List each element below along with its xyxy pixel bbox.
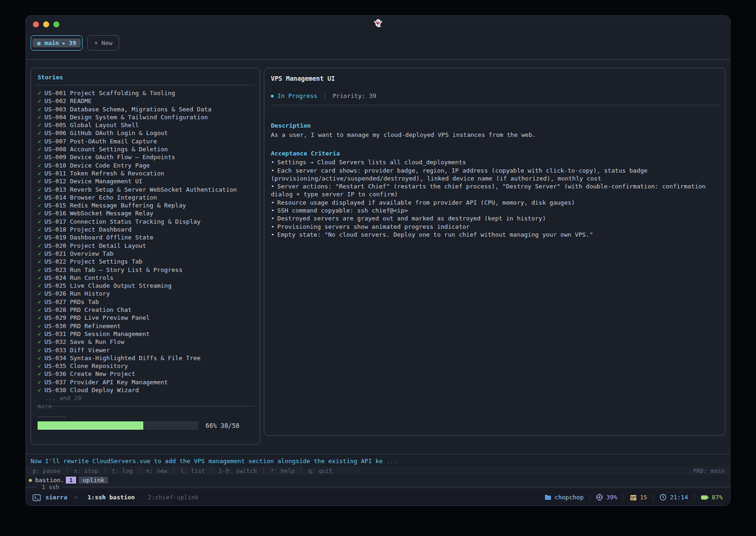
check-icon: ✓ [38,154,41,161]
story-row[interactable]: ✓US-035 Clone Repository [38,362,254,370]
bullet-icon: • [271,215,275,222]
story-row[interactable]: ✓US-011 Token Refresh & Revocation [38,169,254,177]
story-row[interactable]: ✓US-010 Device Code Entry Page [38,161,254,169]
story-row[interactable]: ✓US-009 Device OAuth Flow — Endpoints [38,153,254,161]
description-header: Description [271,122,719,129]
shortcut-hint: l: list [173,467,211,474]
story-row[interactable]: ✓US-017 Connection Status Tracking & Dis… [38,218,254,226]
check-icon: ✓ [38,242,41,249]
tmux-window-2[interactable]: 2:chief-uplink [148,494,199,501]
story-row[interactable]: ✓US-031 PRD Session Management [38,330,254,338]
session-caret: < [74,494,77,501]
story-row[interactable]: ✓US-028 PRD Creation Chat [38,306,254,314]
story-title: PRD Refinement [70,323,121,329]
story-row[interactable]: ✓US-002 README [38,97,254,105]
stories-header-divider [37,85,255,85]
story-row[interactable]: ✓US-025 Live Claude Output Streaming [38,282,254,290]
check-icon: ✓ [38,178,41,185]
story-row[interactable]: ✓US-032 Save & Run Flow [38,338,254,346]
story-title: Create New Project [70,370,135,377]
story-row[interactable]: ✓US-033 Diff Viewer [38,346,254,354]
story-detail-title: VPS Management UI [271,75,719,82]
story-title: WebSocket Message Relay [70,210,154,217]
check-icon: ✓ [38,298,41,305]
bullet-icon: • [271,199,275,206]
story-row[interactable]: ✓US-022 Project Settings Tab [38,258,254,265]
story-row[interactable]: ✓US-019 Dashboard Offline State [38,233,254,241]
story-row[interactable]: ✓US-008 Account Settings & Deletion [38,145,254,153]
story-title: Device Code Entry Page [70,162,150,169]
ghost-icon: 👻 [26,19,730,27]
criteria-item: •Destroyed servers are grayed out and ma… [271,214,719,222]
story-id: US-029 [45,314,66,321]
story-title: Save & Run Flow [70,338,124,345]
story-title: PRD Session Management [70,330,150,337]
story-row[interactable]: ✓US-023 Run Tab — Story List & Progress [38,266,254,274]
story-row[interactable]: ✓US-004 Design System & Tailwind Configu… [38,113,254,121]
story-id: US-030 [45,323,66,329]
story-id: US-018 [45,226,66,233]
statusbar-right: chopchop 39% [538,494,724,501]
story-row[interactable]: ✓US-024 Run Controls [38,274,254,282]
story-id: US-037 [45,379,66,386]
story-title: Project Scaffolding & Tooling [70,90,175,97]
criteria-item: •Settings → Cloud Servers lists all clou… [271,158,719,166]
story-row[interactable]: ✓US-015 Redis Message Buffering & Replay [38,201,254,209]
story-row[interactable]: ✓US-037 Provider API Key Management [38,378,254,386]
session-host: sierra [45,494,67,501]
story-row[interactable]: ✓US-003 Database Schema, Migrations & Se… [38,105,254,113]
tmux-window-1[interactable]: 1:ssh bastion [88,494,135,501]
story-row[interactable]: ✓US-020 Project Detail Layout [38,242,254,250]
tab-main[interactable]: ◉ main ▶ 39 [31,35,83,51]
story-id: US-014 [45,194,66,201]
story-id: US-026 [45,290,66,297]
story-row[interactable]: ✓US-007 Post-OAuth Email Capture [38,137,254,145]
tmux-status-bar: sierra< 1:ssh bastion 2:chief-uplink cho… [26,489,730,505]
story-row[interactable]: ✓US-001 Project Scaffolding & Tooling [38,89,254,97]
check-icon: ✓ [38,106,41,113]
story-row[interactable]: ✓US-013 Reverb Setup & Server WebSocket … [38,186,254,194]
clock-icon [660,494,666,501]
new-tab-button[interactable]: + New [87,35,119,51]
story-row[interactable]: ✓US-016 WebSocket Message Relay [38,209,254,217]
session-label-badge[interactable]: uplink [79,477,108,484]
story-row[interactable]: ✓US-034 Syntax-Highlighted Diffs & File … [38,354,254,362]
story-id: US-012 [45,178,66,185]
story-title: Syntax-Highlighted Diffs & File Tree [70,355,201,362]
story-title: PRDs Tab [70,298,99,305]
story-id: US-036 [45,370,66,377]
story-row[interactable]: ✓US-012 Device Management UI [38,177,254,185]
calendar-indicator: 15 [623,494,653,501]
story-row[interactable]: ✓US-006 GitHub OAuth Login & Logout [38,129,254,137]
story-row[interactable]: ✓US-021 Overview Tab [38,250,254,258]
story-row[interactable]: ✓US-027 PRDs Tab [38,298,254,306]
story-id: US-005 [45,122,66,129]
calendar-value: 15 [640,494,647,501]
story-row[interactable]: ✓US-018 Project Dashboard [38,226,254,233]
story-title: Provider API Key Management [70,379,168,386]
story-id: US-028 [45,306,66,313]
story-id: US-002 [45,97,66,104]
check-icon: ✓ [38,122,41,129]
message-ellipsis: ... [383,458,397,465]
story-row[interactable]: ✓US-014 Browser Echo Integration [38,194,254,201]
agent-message: Now I'll rewrite CloudServers.vue to add… [31,458,383,465]
check-icon: ✓ [38,226,41,233]
story-row[interactable]: ✓US-005 Global Layout Shell [38,121,254,129]
check-icon: ✓ [38,379,41,386]
story-title: Diff Viewer [70,347,110,354]
story-detail-panel: VPS Management UI ● In Progress Priority… [264,68,725,436]
story-id: US-027 [45,298,66,305]
shortcut-hint: ?: help [263,467,301,474]
check-icon: ✓ [38,138,41,145]
bullet-icon: • [271,231,275,238]
story-row[interactable]: ✓US-026 Run History [38,290,254,297]
story-row[interactable]: ✓US-030 PRD Refinement [38,322,254,330]
story-row[interactable]: ✓US-038 Cloud Deploy Wizard [38,386,254,394]
story-title: Cloud Deploy Wizard [70,387,139,394]
story-row[interactable]: ✓US-036 Create New Project [38,370,254,378]
story-row[interactable]: ✓US-029 PRD Live Preview Panel [38,314,254,322]
check-icon: ✓ [38,250,41,257]
story-id: US-016 [45,210,66,217]
session-number-badge[interactable]: 1 [66,477,76,484]
